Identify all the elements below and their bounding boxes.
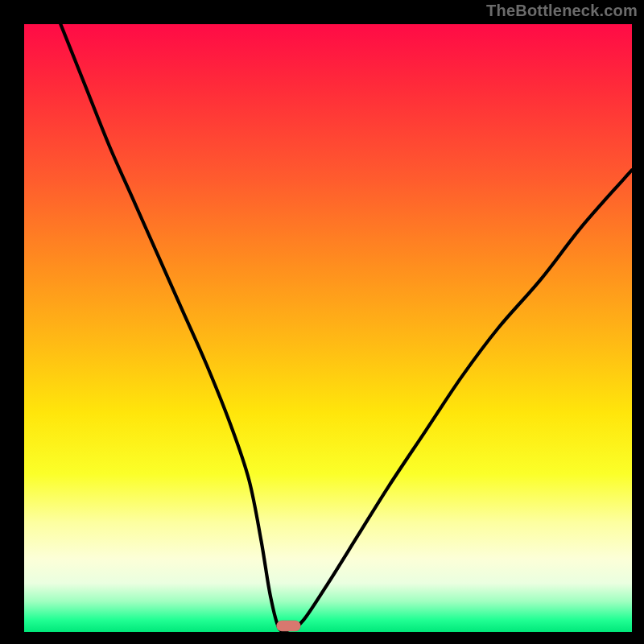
plot-area [24, 24, 632, 632]
marker-layer [24, 24, 632, 632]
minimum-marker [276, 621, 300, 632]
chart-frame: TheBottleneck.com [0, 0, 644, 644]
watermark-text: TheBottleneck.com [486, 2, 638, 20]
